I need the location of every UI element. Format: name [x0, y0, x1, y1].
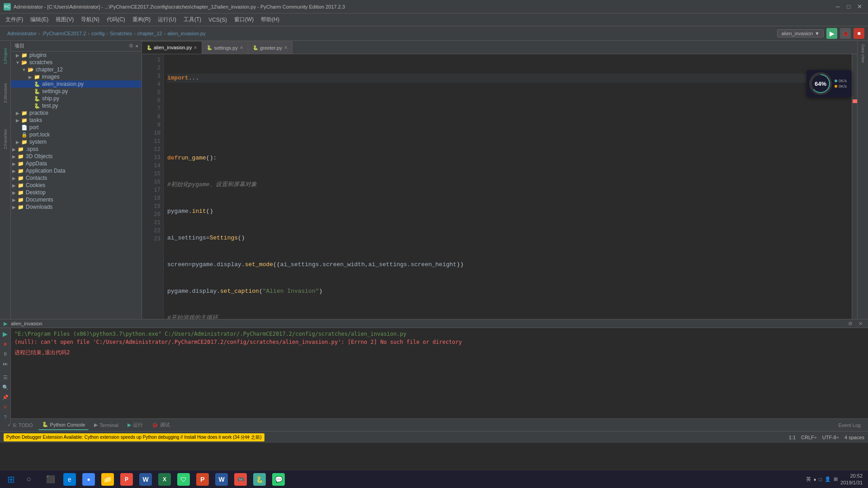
tree-item-contacts[interactable]: ▶ 📁 Contacts	[11, 174, 142, 182]
taskbar-app-taskview[interactable]: ⬛	[42, 471, 60, 488]
menu-refactor[interactable]: 重构(R)	[129, 14, 155, 25]
tab-close-alien-invasion[interactable]: ✕	[193, 45, 197, 50]
run-pause-icon[interactable]: ⏸	[1, 350, 9, 358]
tree-item-tasks[interactable]: ▶ 📁 tasks	[11, 117, 142, 124]
taskbar-app-edge[interactable]: e	[61, 471, 79, 488]
sidebar-project-tab[interactable]: 1:Project	[0, 42, 10, 70]
tab-settings[interactable]: 🐍 settings.py ✕	[202, 41, 248, 54]
run-stop-icon[interactable]: ■	[1, 340, 9, 348]
tab-close-settings[interactable]: ✕	[240, 45, 243, 50]
taskbar-app-folder[interactable]: 📁	[99, 471, 117, 488]
tab-close-greeter[interactable]: ✕	[284, 45, 288, 50]
tree-item-test[interactable]: ▶ 🐍 test.py	[11, 102, 142, 109]
tab-event-log[interactable]: Event Log	[835, 421, 864, 430]
file-tree-collapse-icon[interactable]: ◂	[135, 43, 138, 49]
menu-view[interactable]: 视图(V)	[52, 14, 77, 25]
menu-file[interactable]: 文件(F)	[2, 14, 27, 25]
run-filter-icon[interactable]: 🔍	[1, 383, 9, 391]
tree-item-label: Documents	[26, 197, 53, 203]
notification-icon[interactable]: ⊞	[834, 476, 838, 482]
tree-item-application-data[interactable]: ▶ 📁 Application Data	[11, 167, 142, 174]
run-config-dropdown[interactable]: alien_invasion ▼	[777, 29, 824, 38]
tree-item-desktop[interactable]: ▶ 📁 Desktop	[11, 189, 142, 196]
taskbar-clock[interactable]: 20:52 2019/1/31	[840, 473, 863, 486]
menu-nav[interactable]: 导航(N)	[77, 14, 103, 25]
taskbar-app-excel[interactable]: X	[156, 471, 174, 488]
run-pin-icon[interactable]: 📌	[1, 393, 9, 401]
code-content[interactable]: import ... def run_game(): #初始化pygame、设置…	[164, 54, 852, 319]
tree-item-settings[interactable]: ▶ 🐍 settings.py	[11, 88, 142, 95]
tree-item-images[interactable]: ▶ 📁 images	[11, 73, 142, 80]
tree-item-system[interactable]: ▶ 📁 system	[11, 138, 142, 145]
file-tree-settings-icon[interactable]: ⚙	[129, 43, 133, 49]
sidebar-structure-tab[interactable]: 2:Structure	[0, 80, 10, 107]
tree-item-practice[interactable]: ▶ 📁 practice	[11, 109, 142, 117]
run-next-icon[interactable]: ⏭	[1, 360, 9, 368]
taskbar-app-game[interactable]: 🎮	[231, 471, 250, 488]
taskbar-app-word[interactable]: W	[137, 471, 155, 488]
tree-item-alien-invasion[interactable]: ▶ 🐍 alien_invasion.py	[11, 80, 142, 88]
search-button[interactable]: ○	[20, 471, 38, 488]
tree-item-chapter12[interactable]: ▼ 📂 chapter_12	[11, 66, 142, 73]
network-icon[interactable]: ♦	[814, 477, 816, 482]
tab-terminal[interactable]: ▶ Terminal	[90, 420, 122, 430]
menu-window[interactable]: 窗口(W)	[231, 14, 257, 25]
breadcrumb-admin[interactable]: Administrator	[7, 31, 37, 36]
taskbar-app-word2[interactable]: W	[212, 471, 231, 488]
tree-item-appdata[interactable]: ▶ 📁 AppData	[11, 160, 142, 167]
tree-item-cookies[interactable]: ▶ 📁 Cookies	[11, 182, 142, 189]
tree-item-ship[interactable]: ▶ 🐍 ship.py	[11, 95, 142, 102]
run-close-icon[interactable]: ✕	[856, 319, 864, 328]
start-button[interactable]: ⊞	[2, 471, 20, 488]
tree-item-plugins[interactable]: ▶ 📁 plugins	[11, 52, 142, 59]
breadcrumb-pycharm[interactable]: .PyCharmCE2017.2	[42, 31, 86, 36]
run-play-icon[interactable]: ▶	[1, 330, 9, 338]
language-indicator[interactable]: 英	[806, 476, 811, 483]
tab-greeter[interactable]: 🐍 greeter.py ✕	[248, 41, 292, 54]
run-button[interactable]: ▶	[826, 28, 837, 39]
taskbar-app-shield[interactable]: 🛡	[175, 471, 193, 488]
breadcrumb-scratches[interactable]: Scratches	[110, 31, 132, 36]
taskbar-app-pdf[interactable]: P	[118, 471, 136, 488]
menu-tools[interactable]: 工具(T)	[180, 14, 205, 25]
menu-code[interactable]: 代码(C)	[103, 14, 129, 25]
breadcrumb-file[interactable]: alien_invasion.py	[167, 31, 205, 36]
editor-scrollbar[interactable]	[852, 54, 857, 319]
code-editor[interactable]: 1 2 3 4 5 6 7 8 9 10 11 12 13 14 15 16 1…	[142, 54, 857, 319]
menu-edit[interactable]: 编辑(E)	[27, 14, 52, 25]
run-list-icon[interactable]: ☰	[1, 373, 9, 381]
menu-vcs[interactable]: VCS(S)	[205, 15, 231, 25]
tree-item-port-lock[interactable]: ▶ 🔒 port.lock	[11, 131, 142, 138]
maximize-button[interactable]: □	[844, 2, 854, 12]
sidebar-favorites-tab[interactable]: 2:Favorites	[0, 126, 10, 153]
tree-item-port[interactable]: ▶ 📄 port	[11, 124, 142, 131]
taskbar-app-chrome[interactable]: ●	[80, 471, 98, 488]
close-button[interactable]: ✕	[854, 2, 864, 12]
breadcrumb-chapter[interactable]: chapter_12	[137, 31, 162, 36]
taskbar-app-wechat[interactable]: 💬	[269, 471, 288, 488]
tree-item-downloads[interactable]: ▶ 📁 Downloads	[11, 203, 142, 211]
run-x-icon[interactable]: ✕	[1, 403, 9, 411]
tab-todo[interactable]: ✓ 6: TODO	[4, 420, 37, 430]
tree-item-documents[interactable]: ▶ 📁 Documents	[11, 196, 142, 203]
taskbar-app-powerpoint[interactable]: P	[193, 471, 212, 488]
breadcrumb-config[interactable]: config	[91, 31, 104, 36]
tree-item-3d-objects[interactable]: ▶ 📁 3D Objects	[11, 153, 142, 160]
taskbar-app-pycharm[interactable]: 🐍	[250, 471, 269, 488]
tab-run[interactable]: ▶ 运行	[124, 420, 146, 430]
user-icon[interactable]: 👤	[825, 476, 831, 482]
tab-alien-invasion[interactable]: 🐍 alien_invasion.py ✕	[142, 41, 202, 54]
menu-help[interactable]: 帮助(H)	[257, 14, 283, 25]
tree-item-scratches[interactable]: ▼ 📂 scratches	[11, 59, 142, 66]
tab-python-console[interactable]: 🐍 Python Console	[38, 420, 89, 430]
debug-button[interactable]: 🐞	[840, 28, 851, 39]
run-restart-icon[interactable]: ⚙	[846, 319, 854, 328]
cpu-gauge: 64%	[809, 72, 832, 95]
tab-debug[interactable]: 🐞 调试	[148, 420, 174, 430]
menu-run[interactable]: 运行(U)	[154, 14, 180, 25]
volume-icon[interactable]: □	[819, 477, 822, 482]
tree-item-spss[interactable]: ▶ 📁 .spss	[11, 145, 142, 153]
minimize-button[interactable]: ─	[833, 2, 843, 12]
stop-button[interactable]: ■	[854, 28, 864, 39]
data-view-tab[interactable]: Data View	[860, 42, 866, 65]
